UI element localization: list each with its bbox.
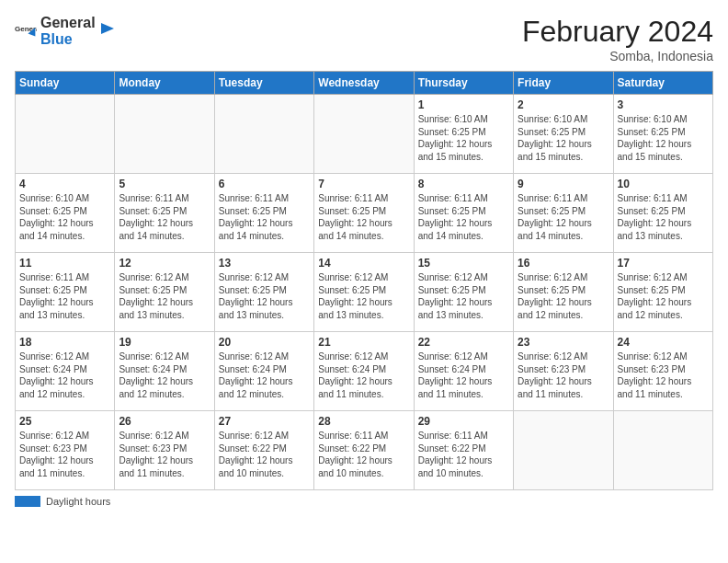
calendar-day-cell: 8Sunrise: 6:11 AM Sunset: 6:25 PM Daylig… — [414, 174, 513, 253]
calendar-day-cell: 14Sunrise: 6:12 AM Sunset: 6:25 PM Dayli… — [314, 253, 414, 332]
calendar-day-cell — [514, 411, 613, 490]
page-header: General General Blue February 2024 Somba… — [15, 15, 713, 63]
day-info: Sunrise: 6:12 AM Sunset: 6:23 PM Dayligh… — [19, 430, 110, 479]
logo-general: General — [40, 15, 96, 31]
title-block: February 2024 Somba, Indonesia — [522, 15, 713, 63]
calendar-day-cell: 21Sunrise: 6:12 AM Sunset: 6:24 PM Dayli… — [314, 332, 414, 411]
day-info: Sunrise: 6:12 AM Sunset: 6:25 PM Dayligh… — [618, 271, 709, 321]
day-number: 14 — [318, 257, 409, 270]
calendar-day-cell: 23Sunrise: 6:12 AM Sunset: 6:23 PM Dayli… — [514, 332, 613, 411]
calendar-day-cell: 24Sunrise: 6:12 AM Sunset: 6:23 PM Dayli… — [613, 332, 712, 411]
calendar-day-cell — [613, 411, 712, 490]
day-info: Sunrise: 6:11 AM Sunset: 6:25 PM Dayligh… — [219, 192, 310, 242]
calendar-day-header: Wednesday — [314, 72, 414, 95]
day-info: Sunrise: 6:12 AM Sunset: 6:23 PM Dayligh… — [618, 350, 709, 400]
day-number: 19 — [119, 336, 210, 349]
day-number: 27 — [219, 415, 310, 428]
day-info: Sunrise: 6:10 AM Sunset: 6:25 PM Dayligh… — [518, 113, 609, 163]
day-number: 28 — [318, 415, 409, 428]
calendar-day-header: Tuesday — [214, 72, 313, 95]
day-number: 8 — [418, 178, 509, 190]
calendar-day-cell: 1Sunrise: 6:10 AM Sunset: 6:25 PM Daylig… — [414, 95, 513, 174]
footer: Daylight hours — [15, 496, 713, 507]
day-number: 26 — [119, 415, 210, 428]
calendar-day-cell — [214, 95, 313, 174]
day-info: Sunrise: 6:12 AM Sunset: 6:25 PM Dayligh… — [418, 271, 509, 321]
day-number: 11 — [19, 257, 110, 270]
calendar-day-cell: 15Sunrise: 6:12 AM Sunset: 6:25 PM Dayli… — [414, 253, 513, 332]
day-number: 5 — [119, 178, 210, 190]
day-number: 7 — [318, 178, 409, 190]
calendar-day-header: Thursday — [414, 72, 513, 95]
calendar-day-cell: 27Sunrise: 6:12 AM Sunset: 6:22 PM Dayli… — [214, 411, 313, 490]
day-number: 3 — [618, 98, 709, 111]
day-info: Sunrise: 6:11 AM Sunset: 6:25 PM Dayligh… — [518, 192, 609, 242]
day-number: 6 — [219, 178, 310, 190]
calendar-day-cell: 7Sunrise: 6:11 AM Sunset: 6:25 PM Daylig… — [314, 174, 414, 253]
calendar-day-cell — [115, 95, 214, 174]
calendar-table: SundayMondayTuesdayWednesdayThursdayFrid… — [15, 71, 713, 490]
day-info: Sunrise: 6:12 AM Sunset: 6:24 PM Dayligh… — [19, 350, 110, 400]
day-number: 1 — [418, 98, 509, 111]
calendar-day-cell: 5Sunrise: 6:11 AM Sunset: 6:25 PM Daylig… — [115, 174, 214, 253]
day-number: 24 — [618, 336, 709, 349]
calendar-day-cell: 28Sunrise: 6:11 AM Sunset: 6:22 PM Dayli… — [314, 411, 414, 490]
calendar-week-row: 18Sunrise: 6:12 AM Sunset: 6:24 PM Dayli… — [16, 332, 713, 411]
day-info: Sunrise: 6:12 AM Sunset: 6:24 PM Dayligh… — [219, 350, 310, 400]
day-number: 25 — [19, 415, 110, 428]
day-info: Sunrise: 6:12 AM Sunset: 6:22 PM Dayligh… — [219, 430, 310, 479]
calendar-day-cell: 4Sunrise: 6:10 AM Sunset: 6:25 PM Daylig… — [16, 174, 115, 253]
day-info: Sunrise: 6:10 AM Sunset: 6:25 PM Dayligh… — [19, 192, 110, 242]
day-info: Sunrise: 6:12 AM Sunset: 6:25 PM Dayligh… — [518, 271, 609, 321]
calendar-day-cell: 29Sunrise: 6:11 AM Sunset: 6:22 PM Dayli… — [414, 411, 513, 490]
calendar-day-cell: 26Sunrise: 6:12 AM Sunset: 6:23 PM Dayli… — [115, 411, 214, 490]
calendar-day-cell: 9Sunrise: 6:11 AM Sunset: 6:25 PM Daylig… — [514, 174, 613, 253]
calendar-day-cell — [314, 95, 414, 174]
calendar-day-cell: 20Sunrise: 6:12 AM Sunset: 6:24 PM Dayli… — [214, 332, 313, 411]
day-number: 2 — [518, 98, 609, 111]
calendar-day-cell: 2Sunrise: 6:10 AM Sunset: 6:25 PM Daylig… — [514, 95, 613, 174]
logo-flag-icon — [99, 21, 116, 41]
calendar-day-header: Monday — [115, 72, 214, 95]
day-number: 29 — [418, 415, 509, 428]
day-number: 22 — [418, 336, 509, 349]
calendar-header-row: SundayMondayTuesdayWednesdayThursdayFrid… — [16, 72, 713, 95]
calendar-day-header: Friday — [514, 72, 613, 95]
day-info: Sunrise: 6:12 AM Sunset: 6:24 PM Dayligh… — [418, 350, 509, 400]
day-info: Sunrise: 6:11 AM Sunset: 6:25 PM Dayligh… — [119, 192, 210, 242]
day-info: Sunrise: 6:11 AM Sunset: 6:25 PM Dayligh… — [618, 192, 709, 242]
calendar-day-cell: 12Sunrise: 6:12 AM Sunset: 6:25 PM Dayli… — [115, 253, 214, 332]
day-number: 16 — [518, 257, 609, 270]
calendar-day-cell — [16, 95, 115, 174]
calendar-day-header: Sunday — [16, 72, 115, 95]
calendar-day-cell: 16Sunrise: 6:12 AM Sunset: 6:25 PM Dayli… — [514, 253, 613, 332]
day-info: Sunrise: 6:11 AM Sunset: 6:25 PM Dayligh… — [318, 192, 409, 242]
calendar-day-cell: 13Sunrise: 6:12 AM Sunset: 6:25 PM Dayli… — [214, 253, 313, 332]
logo-blue: Blue — [40, 31, 96, 48]
calendar-day-cell: 25Sunrise: 6:12 AM Sunset: 6:23 PM Dayli… — [16, 411, 115, 490]
day-info: Sunrise: 6:12 AM Sunset: 6:25 PM Dayligh… — [119, 271, 210, 321]
day-number: 17 — [618, 257, 709, 270]
calendar-day-cell: 17Sunrise: 6:12 AM Sunset: 6:25 PM Dayli… — [613, 253, 712, 332]
day-number: 15 — [418, 257, 509, 270]
month-title: February 2024 — [522, 15, 713, 49]
location: Somba, Indonesia — [522, 49, 713, 63]
day-number: 23 — [518, 336, 609, 349]
day-info: Sunrise: 6:11 AM Sunset: 6:25 PM Dayligh… — [19, 271, 110, 321]
day-info: Sunrise: 6:11 AM Sunset: 6:22 PM Dayligh… — [318, 430, 409, 479]
footer-label: Daylight hours — [46, 496, 110, 507]
calendar-week-row: 4Sunrise: 6:10 AM Sunset: 6:25 PM Daylig… — [16, 174, 713, 253]
day-number: 13 — [219, 257, 310, 270]
day-number: 10 — [618, 178, 709, 190]
calendar-day-cell: 22Sunrise: 6:12 AM Sunset: 6:24 PM Dayli… — [414, 332, 513, 411]
day-number: 20 — [219, 336, 310, 349]
logo-icon: General — [15, 20, 37, 42]
calendar-week-row: 25Sunrise: 6:12 AM Sunset: 6:23 PM Dayli… — [16, 411, 713, 490]
svg-marker-2 — [101, 23, 114, 34]
calendar-day-cell: 10Sunrise: 6:11 AM Sunset: 6:25 PM Dayli… — [613, 174, 712, 253]
day-info: Sunrise: 6:12 AM Sunset: 6:25 PM Dayligh… — [219, 271, 310, 321]
day-info: Sunrise: 6:12 AM Sunset: 6:23 PM Dayligh… — [518, 350, 609, 400]
day-info: Sunrise: 6:10 AM Sunset: 6:25 PM Dayligh… — [618, 113, 709, 163]
day-number: 4 — [19, 178, 110, 190]
day-number: 9 — [518, 178, 609, 190]
